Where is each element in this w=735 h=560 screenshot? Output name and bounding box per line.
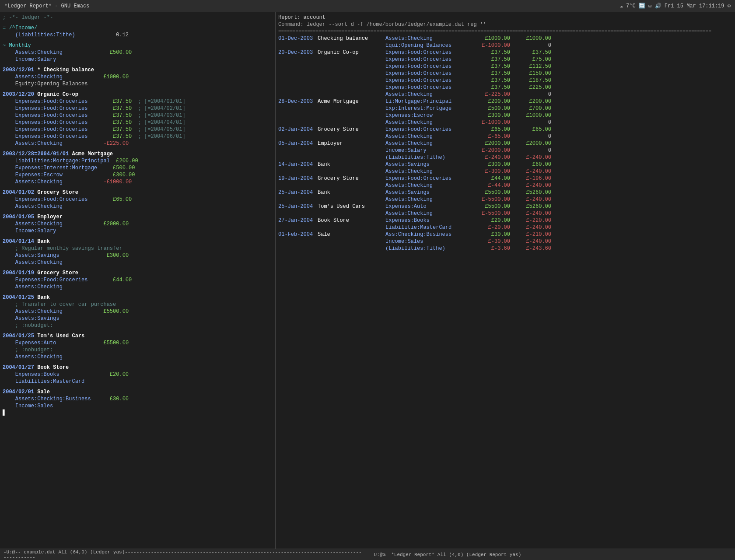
left-line-29: Expenses:Food:Groceries £65.00 (3, 196, 273, 203)
report-row-11: Expenses:Escrow£300.00£1000.00 (278, 112, 732, 119)
report-row-0: 01-Dec-2003Checking balanceAssets:Checki… (278, 35, 732, 42)
left-line-22: 2003/12/28=2004/01/01 Acme Mortgage (3, 150, 273, 158)
left-line-39: Assets:Checking (3, 259, 273, 266)
left-line-63: ▋ (3, 410, 273, 416)
left-line-8 (3, 63, 273, 66)
report-row-4: Expens:Food:Groceries£37.50£112.50 (278, 63, 732, 70)
report-row-27: Liabilitie:MasterCard£-20.00£-240.00 (278, 224, 732, 231)
left-line-54: Assets:Checking (3, 354, 273, 360)
left-line-35 (3, 234, 273, 238)
left-line-36: 2004/01/14 Bank (3, 238, 273, 245)
report-row-1: Equi:Opening Balances£-1000.000 (278, 42, 732, 49)
left-line-57: Expenses:Books £20.00 (3, 371, 273, 378)
left-line-42: Expenses:Food:Groceries £44.00 (3, 276, 273, 284)
report-row-19: Assets:Checking£-300.00£-240.00 (278, 168, 732, 175)
left-line-31 (3, 210, 273, 214)
report-row-2: 20-Dec-2003Organic Co-opExpens:Food:Groc… (278, 49, 732, 56)
left-line-32: 2004/01/05 Employer (3, 214, 273, 220)
report-row-16: Income:Salary£-2000.000 (278, 147, 732, 154)
left-line-40 (3, 266, 273, 270)
left-line-11: Equity:Opening Balances (3, 80, 273, 88)
left-line-6: Assets:Checking £500.00 (3, 49, 273, 56)
left-line-59 (3, 385, 273, 388)
left-line-16: Expenses:Food:Groceries £37.50 ; [=2004/… (3, 112, 273, 119)
left-line-20: Assets:Checking -£225.00 (3, 140, 273, 147)
status-right: -U:@%- *Ledger Report* All (4,0) (Ledger… (368, 552, 735, 557)
left-line-52: Expenses:Auto £5500.00 (3, 340, 273, 346)
window-title: *Ledger Report* - GNU Emacs (4, 3, 89, 9)
title-bar: *Ledger Report* - GNU Emacs ☁ 7°C 🔄 ✉ 🔊 … (0, 0, 735, 12)
report-row-28: 01-Feb-2004SaleAss:Checking:Business£30.… (278, 231, 732, 238)
report-row-14: Assets:Checking£-65.000 (278, 133, 732, 140)
left-line-37: ; Regular monthly savings transfer (3, 245, 273, 252)
left-line-44 (3, 290, 273, 294)
left-line-7: Income:Salary (3, 56, 273, 63)
left-line-25: Expenses:Escrow £300.00 (3, 172, 273, 178)
status-left: -U:@-- example.dat All (64,0) (Ledger ya… (0, 550, 368, 560)
left-line-61: Assets:Checking:Business £30.00 (3, 396, 273, 402)
left-line-56: 2004/01/27 Book Store (3, 364, 273, 371)
left-line-5: ~ Monthly (3, 42, 273, 49)
left-line-53: ; :nobudget: (3, 346, 273, 354)
left-line-46: ; Transfer to cover car purchase (3, 301, 273, 308)
left-pane[interactable]: ; -*- ledger -*- = /^Income/ (Liabilitie… (0, 12, 276, 549)
right-pane[interactable]: Report: accountCommand: ledger --sort d … (276, 12, 735, 549)
left-line-10: Assets:Checking £1000.00 (3, 74, 273, 80)
status-bar: -U:@-- example.dat All (64,0) (Ledger ya… (0, 549, 735, 560)
left-line-60: 2004/02/01 Sale (3, 388, 273, 396)
left-line-50 (3, 329, 273, 332)
report-row-24: 25-Jan-2004Tom's Used CarsExpenses:Auto£… (278, 203, 732, 210)
report-row-3: Expens:Food:Groceries£37.50£75.00 (278, 56, 732, 63)
report-header2: Command: ledger --sort d -f /home/borbus… (278, 21, 732, 28)
report-row-7: Expens:Food:Groceries£37.50£225.00 (278, 84, 732, 91)
report-row-30: (Liabilities:Tithe)£-3.60£-243.60 (278, 245, 732, 252)
left-line-23: Liabilities:Mortgage:Principal £200.00 (3, 158, 273, 164)
left-line-1 (3, 21, 273, 24)
report-row-17: (Liabilities:Tithe)£-240.00£-240.00 (278, 154, 732, 161)
report-row-15: 05-Jan-2004EmployerAssets:Checking£2000.… (278, 140, 732, 147)
left-line-19: Expenses:Food:Groceries £37.50 ; [=2004/… (3, 133, 273, 140)
left-line-14: Expenses:Food:Groceries £37.50 ; [=2004/… (3, 98, 273, 105)
report-header1: Report: account (278, 14, 732, 21)
left-line-24: Expenses:Interest:Mortgage £500.00 (3, 164, 273, 172)
left-line-38: Assets:Savings £300.00 (3, 252, 273, 259)
left-line-27 (3, 186, 273, 189)
report-row-21: Assets:Checking£-44.00£-240.00 (278, 182, 732, 189)
left-line-55 (3, 360, 273, 364)
left-line-15: Expenses:Food:Groceries £37.50 ; [=2004/… (3, 105, 273, 112)
left-line-21 (3, 147, 273, 150)
left-line-58: Liabilities:MasterCard (3, 378, 273, 385)
report-row-6: Expens:Food:Groceries£37.50£187.50 (278, 77, 732, 84)
left-line-18: Expenses:Food:Groceries £37.50 ; [=2004/… (3, 126, 273, 133)
left-line-28: 2004/01/02 Grocery Store (3, 189, 273, 196)
left-line-17: Expenses:Food:Groceries £37.50 ; [=2004/… (3, 119, 273, 126)
report-row-10: Exp:Interest:Mortgage£500.00£700.00 (278, 105, 732, 112)
report-row-22: 25-Jan-2004BankAssets:Savings£5500.00£52… (278, 189, 732, 196)
left-line-26: Assets:Checking -£1000.00 (3, 178, 273, 186)
right-content: Report: accountCommand: ledger --sort d … (278, 14, 732, 252)
left-line-4 (3, 38, 273, 42)
main-container: ; -*- ledger -*- = /^Income/ (Liabilitie… (0, 12, 735, 549)
left-line-0: ; -*- ledger -*- (3, 14, 273, 21)
left-line-30: Assets:Checking (3, 203, 273, 210)
left-line-3: (Liabilities:Tithe) 0.12 (3, 32, 273, 38)
left-line-43: Assets:Checking (3, 284, 273, 290)
report-row-13: 02-Jan-2004Grocery StoreExpens:Food:Groc… (278, 126, 732, 133)
report-row-23: Assets:Checking£-5500.00£-240.00 (278, 196, 732, 203)
report-row-9: 28-Dec-2003Acme MortgageLi:Mortgage:Prin… (278, 98, 732, 105)
system-info: ☁ 7°C 🔄 ✉ 🔊 Fri 15 Mar 17:11:19 ⚙ (620, 3, 731, 9)
left-content: ; -*- ledger -*- = /^Income/ (Liabilitie… (3, 14, 273, 416)
report-separator: ========================================… (278, 28, 732, 35)
left-line-49: ; :nobudget: (3, 322, 273, 329)
report-row-18: 14-Jan-2004BankAssets:Savings£300.00£60.… (278, 161, 732, 168)
left-line-48: Assets:Savings (3, 315, 273, 322)
report-row-12: Assets:Checking£-1000.000 (278, 119, 732, 126)
left-line-47: Assets:Checking £5500.00 (3, 308, 273, 315)
left-line-9: 2003/12/01 * Checking balance (3, 66, 273, 74)
report-row-8: Assets:Checking£-225.000 (278, 91, 732, 98)
left-line-13: 2003/12/20 Organic Co-op (3, 91, 273, 98)
left-line-41: 2004/01/19 Grocery Store (3, 270, 273, 276)
report-row-25: Assets:Checking£-5500.00£-240.00 (278, 210, 732, 217)
left-line-62: Income:Sales (3, 402, 273, 410)
left-line-33: Assets:Checking £2000.00 (3, 220, 273, 228)
